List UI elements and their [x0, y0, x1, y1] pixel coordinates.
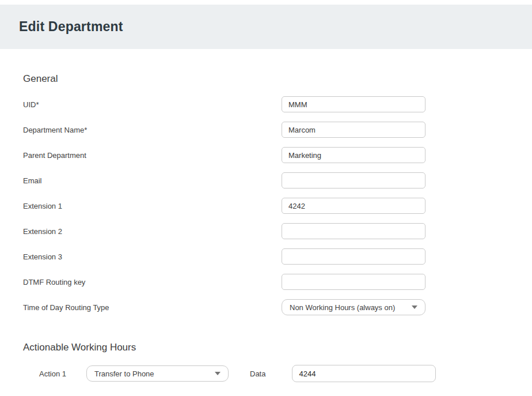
extension-3-label: Extension 3 — [23, 252, 282, 261]
time-of-day-routing-type-value: Non Working Hours (always on) — [290, 303, 395, 312]
action-1-data-label: Data — [250, 369, 265, 378]
page-header: Edit Department — [0, 5, 532, 49]
top-strip — [0, 0, 532, 5]
caret-down-icon — [215, 372, 221, 375]
extension-1-label: Extension 1 — [23, 202, 282, 210]
extension-2-label: Extension 2 — [23, 227, 282, 236]
section-actionable-working-hours-title: Actionable Working Hours — [23, 342, 509, 353]
action-1-data-input[interactable] — [292, 365, 436, 382]
form-row-dtmf-routing-key: DTMF Routing key — [23, 274, 509, 290]
form-row-extension-3: Extension 3 — [23, 248, 509, 265]
caret-down-icon — [412, 306, 417, 309]
action-1-label: Action 1 — [39, 369, 86, 378]
time-of-day-routing-type-label: Time of Day Routing Type — [23, 303, 282, 312]
form-row-extension-2: Extension 2 — [23, 223, 509, 239]
form-row-time-of-day-routing-type: Time of Day Routing Type Non Working Hou… — [23, 299, 509, 315]
email-label: Email — [23, 176, 282, 185]
extension-2-input[interactable] — [282, 223, 425, 239]
edit-department-form: General UID* Department Name* Parent Dep… — [0, 73, 532, 382]
action-1-select[interactable]: Transfer to Phone — [86, 365, 229, 382]
uid-input[interactable] — [282, 96, 425, 112]
parent-department-input[interactable] — [282, 147, 425, 163]
department-name-label: Department Name* — [23, 126, 282, 134]
dtmf-routing-key-label: DTMF Routing key — [23, 278, 282, 286]
extension-1-input[interactable] — [282, 198, 425, 214]
form-row-parent-department: Parent Department — [23, 147, 509, 163]
form-row-department-name: Department Name* — [23, 122, 509, 138]
action-1-select-value: Transfer to Phone — [94, 369, 154, 378]
page-title: Edit Department — [19, 19, 123, 35]
parent-department-label: Parent Department — [23, 151, 282, 160]
department-name-input[interactable] — [282, 122, 425, 138]
email-input[interactable] — [282, 172, 425, 188]
section-general-title: General — [23, 73, 509, 85]
form-row-extension-1: Extension 1 — [23, 198, 509, 214]
time-of-day-routing-type-select[interactable]: Non Working Hours (always on) — [282, 299, 425, 315]
form-row-email: Email — [23, 172, 509, 188]
dtmf-routing-key-input[interactable] — [282, 274, 425, 290]
extension-3-input[interactable] — [282, 248, 425, 265]
form-row-uid: UID* — [23, 96, 509, 112]
action-row-1: Action 1 Transfer to Phone Data — [39, 365, 509, 382]
uid-label: UID* — [23, 100, 282, 109]
